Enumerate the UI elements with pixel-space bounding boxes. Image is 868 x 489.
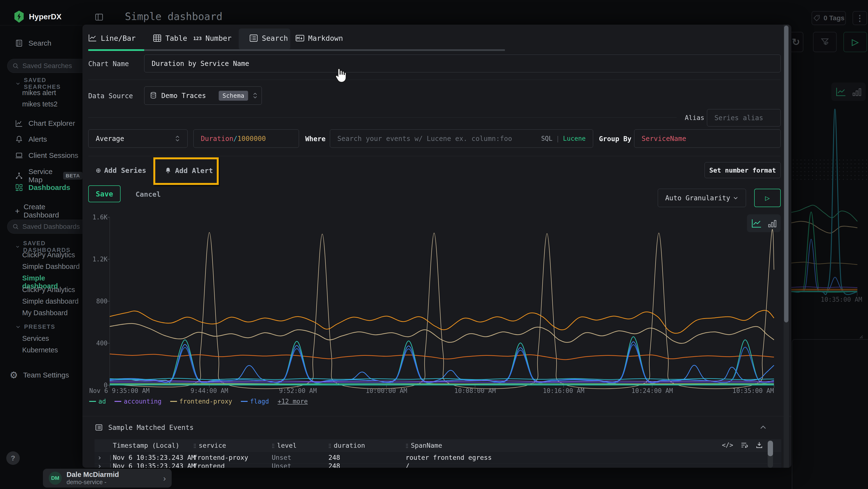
legend-swatch xyxy=(115,401,121,402)
chevron-down-icon xyxy=(16,81,21,86)
legend-item-ad[interactable]: ad xyxy=(89,398,106,405)
table-scrollbar[interactable] xyxy=(768,440,773,468)
page-title: Simple dashboard xyxy=(125,10,222,23)
modal-scrollbar-thumb[interactable] xyxy=(784,26,788,322)
y-axis-label: 1.6K xyxy=(86,213,107,221)
presets-section-header[interactable]: PRESETS xyxy=(16,323,56,330)
sidebar-item-service-map[interactable]: Service MapBETA xyxy=(15,168,83,184)
table-scrollbar-thumb[interactable] xyxy=(768,441,773,456)
preset-item-services[interactable]: Services xyxy=(22,335,49,343)
sample-events-header[interactable]: Sample Matched Events xyxy=(95,423,194,432)
sidebar-item-label: Service Map xyxy=(28,168,58,184)
dark-orange-series xyxy=(110,354,774,359)
create-dashboard-button[interactable]: + Create Dashboard xyxy=(15,203,83,219)
x-axis-label: 9:44:00 AM xyxy=(180,387,238,394)
bg-teal-spike xyxy=(823,109,858,294)
sidebar-item-team-settings[interactable]: ⚙ Team Settings xyxy=(10,370,69,380)
blue-series-1 xyxy=(110,342,774,382)
modal-scrollbar[interactable] xyxy=(784,25,789,468)
saved-search-item[interactable]: mikes tets2 xyxy=(22,100,58,108)
saved-searches-input[interactable]: Saved Searches xyxy=(7,59,91,73)
teal-bump-series xyxy=(110,337,774,383)
team-settings-label: Team Settings xyxy=(23,371,69,379)
chart-legend: adaccountingfrontend-proxyflagd+12 more xyxy=(89,398,308,405)
divider xyxy=(83,416,791,416)
preset-item-kubernetes[interactable]: Kubernetes xyxy=(22,346,58,354)
table-cell: frontend xyxy=(193,463,225,468)
table-row[interactable]: ›|Nov 6 10:35:23.243 AMfrontendUnset248/ xyxy=(94,463,781,468)
x-axis-label: 10:24:00 AM xyxy=(623,387,681,394)
legend-item-accounting[interactable]: accounting xyxy=(115,398,161,405)
sidebar-item-label: Alerts xyxy=(28,135,47,143)
code-view-icon[interactable]: </> xyxy=(722,441,733,449)
saved-dashboard-item[interactable]: My Dashboard xyxy=(22,309,68,317)
saved-dashboard-item[interactable]: ClickPy Analytics xyxy=(22,286,75,294)
table-column-header[interactable]: duration xyxy=(329,442,365,449)
table-cell: Unset xyxy=(272,463,291,468)
sidebar-item-search[interactable]: Search xyxy=(15,39,51,47)
sidebar-item-label: Dashboards xyxy=(28,183,70,192)
table-cell: router frontend egress xyxy=(406,454,492,461)
table-cell: Nov 6 10:35:23.243 AM xyxy=(113,463,195,468)
gear-icon: ⚙ xyxy=(10,370,18,380)
saved-dashboards-input[interactable]: Saved Dashboards xyxy=(7,220,91,234)
user-menu[interactable]: DM Dale McDiarmid demo-service - › xyxy=(43,469,172,488)
chart-explorer-icon xyxy=(15,119,23,127)
brand[interactable]: HyperDX xyxy=(13,10,61,23)
beta-badge: BETA xyxy=(63,172,83,179)
bg-lower-panel xyxy=(792,339,868,489)
wrap-text-icon[interactable] xyxy=(740,441,748,449)
x-axis-label: 10:08:00 AM xyxy=(446,387,504,394)
bg-axis-tick xyxy=(857,292,858,296)
green-flat-series xyxy=(110,383,774,384)
edit-chart-modal: Line/BarTable123NumberSearchMarkdown Cha… xyxy=(83,25,791,468)
table-column-header[interactable]: service xyxy=(193,442,226,449)
sidebar: HyperDX Search Saved Searches SAVED SEAR… xyxy=(0,0,83,489)
y-axis-label: 800 xyxy=(86,297,107,305)
table-column-header[interactable]: level xyxy=(272,442,297,449)
table-column-header[interactable]: SpanName xyxy=(406,442,442,449)
legend-item-frontend-proxy[interactable]: frontend-proxy xyxy=(170,398,232,405)
legend-more-link[interactable]: +12 more xyxy=(278,398,308,405)
x-axis-label: Nov 6 9:35:00 AM xyxy=(89,387,150,394)
saved-dashboard-item[interactable]: Simple dashboard xyxy=(22,297,79,305)
sidebar-item-dashboards[interactable]: Dashboards xyxy=(15,183,70,192)
resize-handle-icon[interactable] xyxy=(856,331,864,339)
user-subtitle: demo-service - xyxy=(66,479,158,486)
chevron-down-icon xyxy=(16,324,21,329)
column-drag-handle xyxy=(272,443,275,449)
collapse-sidebar-icon[interactable] xyxy=(94,12,104,22)
brand-name: HyperDX xyxy=(29,12,61,21)
legend-item-flagd[interactable]: flagd xyxy=(241,398,269,405)
app-root: 0 Tags ⋮ ↻ ▷ 10:35:00 AM Simple dashboar… xyxy=(0,0,868,489)
y-axis-label: 400 xyxy=(86,340,107,347)
sidebar-divider xyxy=(0,25,83,25)
bg-green-line xyxy=(791,205,858,221)
sidebar-item-label: Chart Explorer xyxy=(28,119,75,127)
bg-x-axis-label: 10:35:00 AM xyxy=(808,296,862,303)
saved-searches-section-header[interactable]: SAVED SEARCHES xyxy=(16,77,83,90)
saved-search-item[interactable]: mikes alert xyxy=(22,89,56,97)
legend-swatch xyxy=(89,401,96,402)
sidebar-item-alerts[interactable]: Alerts xyxy=(15,135,47,143)
legend-swatch xyxy=(241,401,248,402)
user-name: Dale McDiarmid xyxy=(66,471,158,479)
violet-series xyxy=(110,382,774,383)
row-expand-icon[interactable]: › xyxy=(97,463,102,468)
search-icon xyxy=(12,62,19,69)
x-axis-label: 9:52:00 AM xyxy=(269,387,327,394)
search-doc-icon xyxy=(15,39,23,47)
table-column-header[interactable]: Timestamp (Local) xyxy=(113,442,179,449)
sidebar-item-client-sessions[interactable]: Client Sessions xyxy=(15,151,79,160)
help-button[interactable]: ? xyxy=(6,451,20,465)
table-cell: Nov 6 10:35:23.243 AM xyxy=(113,454,195,461)
bg-gold-line xyxy=(791,262,858,264)
row-expand-icon[interactable]: › xyxy=(97,453,102,462)
saved-dashboard-item[interactable]: ClickPy Analytics xyxy=(22,251,75,259)
table-cell: 248 xyxy=(329,454,340,461)
download-icon[interactable] xyxy=(755,441,763,449)
table-row[interactable]: ›|Nov 6 10:35:23.243 AMfrontend-proxyUns… xyxy=(94,451,781,463)
collapse-section-icon[interactable] xyxy=(759,423,767,432)
sidebar-item-chart-explorer[interactable]: Chart Explorer xyxy=(15,119,75,127)
saved-dashboard-item[interactable]: Simple Dashboard xyxy=(22,263,80,270)
